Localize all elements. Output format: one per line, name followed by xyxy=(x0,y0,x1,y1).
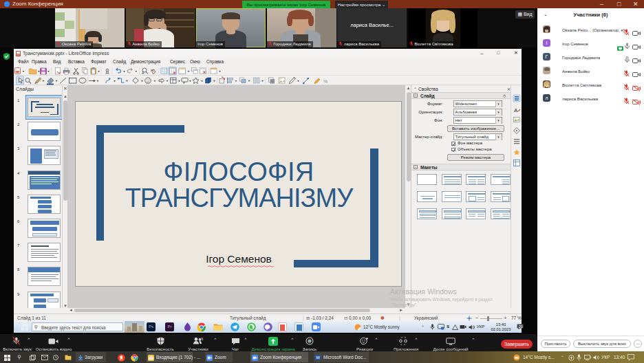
svg-text:A: A xyxy=(142,71,144,75)
svg-text:6: 6 xyxy=(202,337,204,341)
svg-text:ab: ab xyxy=(151,68,155,72)
svg-text:20: 20 xyxy=(519,324,523,329)
svg-text:%: % xyxy=(323,79,328,84)
svg-text:A: A xyxy=(514,107,518,113)
